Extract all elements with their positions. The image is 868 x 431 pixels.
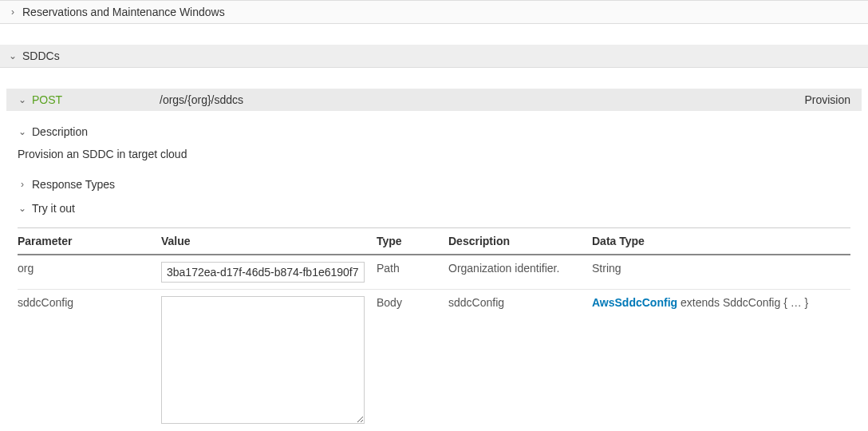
table-row: org Path Organization identifier. String — [18, 255, 850, 290]
panel-sddcs-title: SDDCs — [22, 49, 60, 62]
chevron-right-icon: › — [8, 6, 18, 18]
th-parameter: Parameter — [18, 228, 161, 255]
param-name: sddcConfig — [18, 290, 161, 432]
endpoint-header[interactable]: ⌄ POST /orgs/{org}/sddcs Provision — [6, 89, 862, 111]
th-description: Description — [448, 228, 592, 255]
panel-sddcs[interactable]: ⌄ SDDCs — [0, 45, 868, 68]
parameters-table: Parameter Value Type Description Data Ty… — [18, 227, 850, 431]
param-desc: Organization identifier. — [448, 255, 592, 290]
th-data-type: Data Type — [592, 228, 850, 255]
sddcconfig-textarea[interactable] — [161, 296, 365, 424]
chevron-right-icon: › — [18, 179, 27, 190]
param-desc: sddcConfig — [448, 290, 592, 432]
response-types-label: Response Types — [32, 178, 115, 191]
http-method: POST — [32, 93, 160, 106]
param-name: org — [18, 255, 161, 290]
th-type: Type — [377, 228, 448, 255]
description-text: Provision an SDDC in target cloud — [18, 143, 850, 172]
table-row: sddcConfig Body sddcConfig AwsSddcConfig… — [18, 290, 850, 432]
endpoint-summary: Provision — [804, 93, 850, 106]
th-value: Value — [161, 228, 377, 255]
chevron-down-icon: ⌄ — [8, 50, 18, 61]
param-type: Body — [377, 290, 448, 432]
endpoint-path: /orgs/{org}/sddcs — [160, 93, 804, 106]
org-input[interactable] — [161, 262, 365, 283]
param-type: Path — [377, 255, 448, 290]
datatype-link[interactable]: AwsSddcConfig — [592, 296, 677, 309]
param-datatype: AwsSddcConfig extends SddcConfig { … } — [592, 290, 850, 432]
chevron-down-icon: ⌄ — [18, 203, 27, 214]
endpoint-body: ⌄ Description Provision an SDDC in targe… — [0, 111, 868, 431]
param-datatype: String — [592, 255, 850, 290]
chevron-down-icon: ⌄ — [18, 126, 27, 137]
panel-reservations-title: Reservations and Maintenance Windows — [22, 6, 225, 18]
toggle-try-it-out[interactable]: ⌄ Try it out — [18, 196, 850, 219]
try-it-out-label: Try it out — [32, 202, 75, 215]
datatype-rest: extends SddcConfig { … } — [677, 296, 808, 309]
chevron-down-icon: ⌄ — [18, 94, 27, 105]
toggle-description[interactable]: ⌄ Description — [18, 119, 850, 143]
toggle-response-types[interactable]: › Response Types — [18, 172, 850, 196]
panel-reservations[interactable]: › Reservations and Maintenance Windows — [0, 0, 868, 24]
description-label: Description — [32, 125, 88, 138]
